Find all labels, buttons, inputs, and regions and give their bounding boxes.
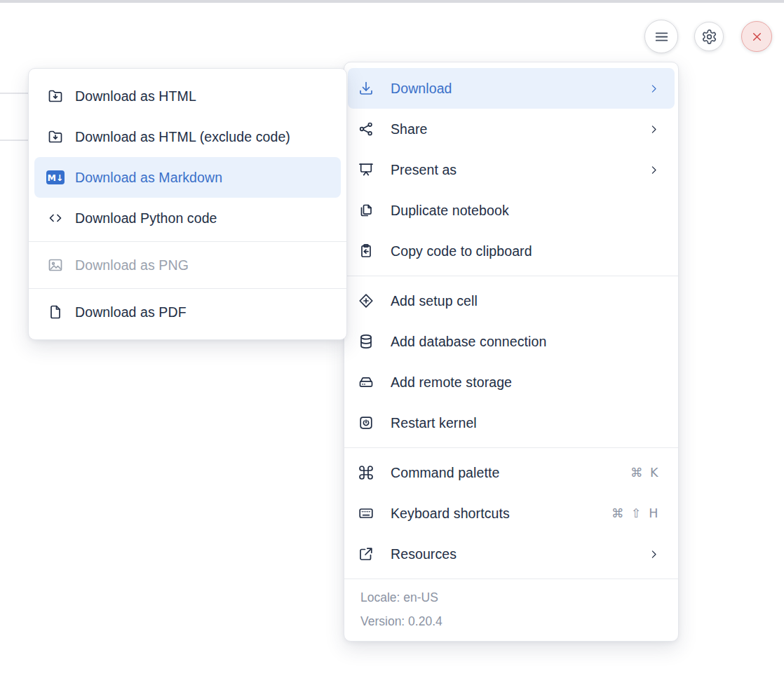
external-link-icon: [357, 545, 375, 563]
chevron-right-icon: [648, 548, 660, 560]
locale-text: Locale: en-US: [360, 588, 661, 607]
file-icon: [46, 303, 65, 321]
version-text: Version: 0.20.4: [360, 612, 661, 630]
image-icon: [46, 256, 65, 274]
menu-item-download-as-html[interactable]: Download as HTML: [29, 76, 346, 116]
duplicate-icon: [357, 201, 375, 219]
menu-item-share[interactable]: Share: [344, 109, 678, 149]
folder-download-icon: [46, 87, 65, 105]
hamburger-icon: [653, 28, 670, 46]
menu-item-label: Duplicate notebook: [391, 203, 660, 219]
markdown-badge: M↓: [46, 170, 65, 184]
menu-item-label: Download as PNG: [75, 257, 330, 273]
menu-item-present-as[interactable]: Present as: [344, 149, 678, 190]
chevron-right-icon: [648, 164, 660, 176]
notebook-actions-menu: DownloadSharePresent asDuplicate noteboo…: [344, 62, 679, 642]
menu-divider: [344, 447, 678, 448]
gear-icon: [701, 29, 717, 45]
settings-button[interactable]: [694, 22, 724, 51]
menu-footer: Locale: en-US Version: 0.20.4: [344, 579, 678, 641]
menu-item-restart-kernel[interactable]: Restart kernel: [344, 402, 678, 443]
menu-item-keyboard-shortcuts[interactable]: Keyboard shortcuts⌘ ⇧ H: [344, 493, 678, 534]
menu-item-label: Share: [391, 121, 648, 137]
markdown-icon: M↓: [46, 168, 65, 187]
menu-item-label: Download as Markdown: [75, 170, 330, 186]
menu-item-label: Command palette: [391, 465, 630, 481]
menu-item-add-remote-storage[interactable]: Add remote storage: [344, 362, 678, 402]
power-icon: [357, 414, 375, 432]
menu-item-label: Restart kernel: [391, 415, 660, 431]
presentation-icon: [357, 161, 375, 179]
menu-item-label: Copy code to clipboard: [391, 243, 660, 259]
menu-item-copy-code-to-clipboard[interactable]: Copy code to clipboard: [344, 231, 678, 271]
close-button[interactable]: [741, 21, 772, 52]
code-icon: [46, 209, 65, 227]
download-icon: [357, 79, 375, 97]
menu-item-command-palette[interactable]: Command palette⌘ K: [344, 452, 678, 493]
menu-item-download[interactable]: Download: [348, 68, 675, 109]
notebook-menu-button[interactable]: [644, 20, 678, 53]
database-icon: [357, 332, 375, 351]
menu-item-label: Keyboard shortcuts: [391, 506, 611, 522]
keyboard-shortcut-hint: ⌘ K: [630, 466, 660, 480]
menu-item-add-database-connection[interactable]: Add database connection: [344, 321, 678, 362]
menu-item-label: Add database connection: [391, 334, 660, 350]
menu-item-label: Add setup cell: [391, 293, 660, 309]
chevron-right-icon: [648, 83, 660, 95]
menu-item-label: Download as PDF: [75, 304, 330, 320]
menu-item-label: Download: [391, 81, 648, 97]
menu-item-resources[interactable]: Resources: [344, 534, 678, 574]
menu-item-download-as-html-exclude-code[interactable]: Download as HTML (exclude code): [29, 116, 346, 157]
menu-divider: [344, 276, 678, 276]
menu-divider: [29, 288, 346, 289]
menu-item-add-setup-cell[interactable]: Add setup cell: [344, 280, 678, 321]
window-top-bar: [0, 0, 784, 3]
close-icon: [750, 29, 764, 44]
menu-item-download-as-pdf[interactable]: Download as PDF: [29, 292, 346, 332]
keyboard-icon: [357, 504, 375, 522]
keyboard-shortcut-hint: ⌘ ⇧ H: [611, 506, 660, 520]
menu-item-download-as-png: Download as PNG: [29, 245, 346, 285]
command-icon: [357, 464, 375, 482]
chevron-right-icon: [648, 123, 660, 135]
background-cell-border: [0, 140, 29, 141]
menu-item-label: Download as HTML: [75, 88, 330, 104]
storage-drive-icon: [357, 373, 375, 391]
folder-download-icon: [46, 128, 65, 146]
menu-item-download-python-code[interactable]: Download Python code: [29, 198, 346, 238]
menu-item-label: Add remote storage: [391, 374, 660, 391]
diamond-plus-icon: [357, 292, 375, 310]
menu-item-duplicate-notebook[interactable]: Duplicate notebook: [344, 190, 678, 231]
menu-item-label: Present as: [391, 162, 648, 178]
clipboard-copy-icon: [357, 242, 375, 260]
download-submenu: Download as HTMLDownload as HTML (exclud…: [28, 68, 347, 340]
menu-item-label: Download as HTML (exclude code): [75, 129, 330, 145]
menu-item-download-as-markdown[interactable]: M↓Download as Markdown: [34, 157, 341, 198]
menu-item-label: Download Python code: [75, 210, 330, 226]
share-icon: [357, 120, 375, 138]
menu-divider: [29, 241, 346, 242]
background-cell-border: [0, 93, 29, 94]
menu-item-label: Resources: [391, 546, 648, 562]
